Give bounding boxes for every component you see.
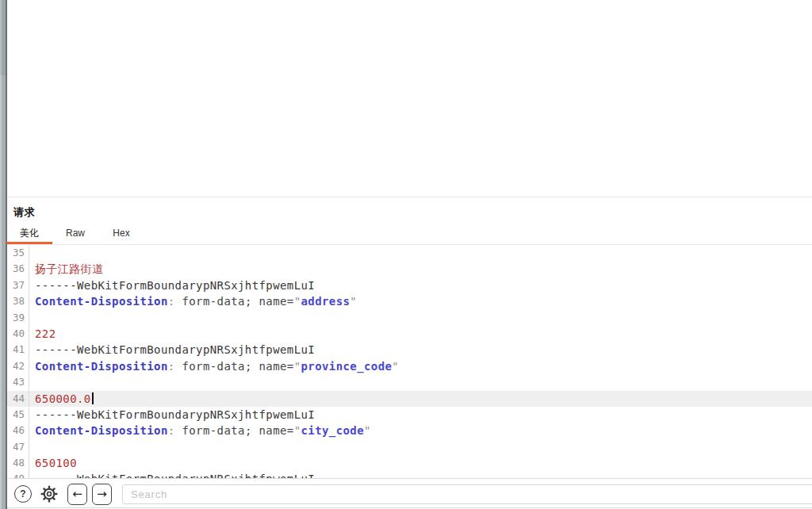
code-line[interactable]: 49------WebKitFormBoundarypNRSxjhtfpwemL… — [7, 471, 812, 478]
settings-button[interactable] — [39, 484, 59, 504]
line-number: 43 — [7, 374, 29, 390]
pane-splitter[interactable] — [0, 0, 7, 509]
code-line[interactable]: 47 — [7, 439, 812, 455]
tab-hex[interactable]: Hex — [98, 225, 144, 244]
app-window: 请求 美化 Raw Hex 3536扬子江路街道37------WebKitFo… — [0, 0, 812, 509]
code-text: 222 — [29, 326, 56, 342]
code-text: ------WebKitFormBoundarypNRSxjhtfpwemLuI — [29, 342, 315, 358]
code-line[interactable]: 42Content-Disposition: form-data; name="… — [7, 358, 812, 374]
code-text — [29, 439, 35, 455]
line-number: 36 — [7, 261, 29, 277]
search-input[interactable] — [122, 484, 812, 504]
panel-top-divider — [7, 197, 812, 197]
code-line[interactable]: 36扬子江路街道 — [7, 261, 812, 277]
code-text: Content-Disposition: form-data; name="ad… — [29, 293, 357, 309]
code-line[interactable]: 46Content-Disposition: form-data; name="… — [7, 423, 812, 438]
code-line[interactable]: 39 — [7, 310, 812, 326]
help-button[interactable]: ? — [14, 485, 32, 503]
editor-toolbar: ? ← → — [7, 478, 812, 509]
code-text: Content-Disposition: form-data; name="ci… — [29, 423, 371, 438]
code-text — [29, 374, 35, 390]
text-caret — [92, 392, 94, 404]
code-line[interactable]: 35 — [7, 245, 812, 261]
help-icon: ? — [20, 488, 25, 499]
back-button[interactable]: ← — [67, 484, 87, 505]
splitter-highlight — [0, 0, 2, 509]
line-number: 38 — [7, 293, 29, 309]
gear-icon — [40, 484, 59, 503]
code-line[interactable]: 37------WebKitFormBoundarypNRSxjhtfpwemL… — [7, 277, 812, 293]
tab-beautify[interactable]: 美化 — [6, 225, 52, 244]
code-text — [29, 245, 35, 261]
code-text: ------WebKitFormBoundarypNRSxjhtfpwemLuI — [29, 471, 315, 478]
code-line[interactable]: 43 — [7, 374, 812, 390]
top-empty-pane — [7, 0, 812, 197]
line-number: 47 — [7, 439, 29, 455]
tab-bar: 美化 Raw Hex — [6, 225, 144, 244]
line-number: 46 — [7, 423, 29, 438]
code-text: 650000.0 — [29, 391, 94, 407]
code-text: 650100 — [29, 455, 77, 471]
code-line[interactable]: 48650100 — [7, 455, 812, 471]
line-number: 48 — [7, 455, 29, 471]
tab-raw[interactable]: Raw — [52, 225, 98, 244]
line-number: 40 — [7, 326, 29, 342]
request-panel-title: 请求 — [13, 205, 35, 220]
line-number: 37 — [7, 277, 29, 293]
code-line[interactable]: 44650000.0 — [7, 391, 812, 407]
code-text: ------WebKitFormBoundarypNRSxjhtfpwemLuI — [29, 407, 315, 423]
line-number: 41 — [7, 342, 29, 358]
line-number: 44 — [7, 391, 29, 407]
line-number: 39 — [7, 310, 29, 326]
code-editor[interactable]: 3536扬子江路街道37------WebKitFormBoundarypNRS… — [7, 245, 812, 478]
code-line[interactable]: 40222 — [7, 326, 812, 342]
arrow-right-icon: → — [97, 487, 107, 501]
code-text: 扬子江路街道 — [29, 261, 103, 277]
code-text: ------WebKitFormBoundarypNRSxjhtfpwemLuI — [29, 277, 315, 293]
line-number: 42 — [7, 358, 29, 374]
code-line[interactable]: 45------WebKitFormBoundarypNRSxjhtfpwemL… — [7, 407, 812, 423]
forward-button[interactable]: → — [92, 484, 112, 505]
window-bottom-edge — [7, 507, 812, 508]
arrow-left-icon: ← — [72, 487, 82, 501]
code-line[interactable]: 41------WebKitFormBoundarypNRSxjhtfpwemL… — [7, 342, 812, 358]
code-text: Content-Disposition: form-data; name="pr… — [29, 358, 399, 374]
code-line[interactable]: 38Content-Disposition: form-data; name="… — [7, 293, 812, 309]
line-number: 35 — [7, 245, 29, 261]
line-number: 49 — [7, 471, 29, 478]
code-text — [29, 310, 35, 326]
line-number: 45 — [7, 407, 29, 423]
